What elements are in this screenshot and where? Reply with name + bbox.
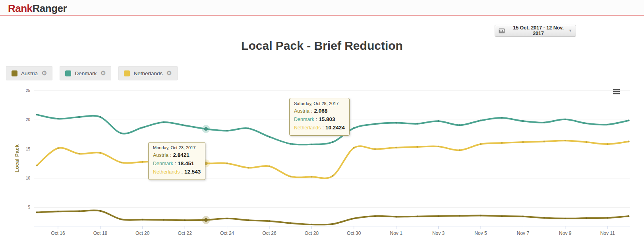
data-point (36, 211, 38, 213)
data-point (353, 127, 355, 129)
x-tick-label: Nov 5 (474, 230, 487, 236)
data-point (395, 122, 397, 123)
data-point (311, 224, 312, 225)
data-point (57, 147, 59, 149)
data-point (99, 152, 101, 154)
x-tick-label: Nov 3 (432, 230, 445, 236)
data-point (501, 117, 503, 119)
data-point (290, 143, 291, 144)
tooltip-series-value: 2.8421 (173, 152, 189, 158)
data-point (99, 116, 101, 118)
legend-item-austria[interactable]: Austria ⚙ (6, 66, 52, 80)
rankranger-logo[interactable]: RankRanger (8, 2, 67, 15)
data-point (586, 217, 587, 219)
data-point (374, 123, 376, 125)
data-point (607, 217, 608, 219)
data-point (184, 125, 186, 126)
data-point (565, 218, 566, 219)
gear-icon[interactable]: ⚙ (41, 70, 47, 76)
x-tick-label: Oct 18 (93, 230, 108, 236)
data-point (438, 120, 439, 122)
data-point (78, 116, 80, 118)
tooltip-date: Saturday, Oct 28, 2017 (294, 101, 345, 106)
x-tick-label: Oct 28 (305, 230, 319, 236)
data-point (311, 144, 312, 145)
data-point (459, 149, 460, 151)
y-tick-label: 20 (26, 117, 31, 122)
logo-ranger-text: Ranger (33, 2, 67, 14)
tooltip-series-name: Austria (153, 152, 168, 158)
data-point (248, 219, 249, 221)
x-tick-label: Oct 30 (347, 230, 361, 236)
tooltip-row: Netherlands:12.543 (153, 168, 201, 176)
denmark-color-swatch (65, 70, 71, 76)
tooltip-series-value: 2.068 (314, 108, 327, 114)
chart-area: 510152025Oct 16Oct 18Oct 20Oct 22Oct 24O… (0, 82, 644, 243)
data-point (522, 141, 524, 143)
data-point (142, 127, 143, 128)
tooltip-row: Denmark:15.803 (294, 115, 345, 124)
tooltip-row: Denmark:18.451 (153, 160, 201, 168)
data-point (416, 216, 418, 217)
data-point (480, 143, 482, 145)
gear-icon[interactable]: ⚙ (166, 70, 172, 76)
chart-context-menu-icon[interactable] (613, 89, 620, 95)
series-line-austria[interactable] (37, 210, 629, 225)
data-point (78, 210, 80, 212)
data-point (628, 215, 629, 217)
data-point (353, 218, 355, 219)
netherlands-color-swatch (124, 70, 130, 76)
data-point (78, 153, 80, 154)
x-tick-label: Oct 22 (178, 230, 192, 236)
data-point (501, 215, 503, 217)
data-point (395, 216, 397, 217)
data-point (142, 219, 143, 221)
tooltip-series-name: Netherlands (153, 169, 180, 175)
legend-item-netherlands[interactable]: Netherlands ⚙ (118, 66, 177, 80)
data-point (416, 146, 418, 148)
x-tick-label: Oct 20 (135, 230, 150, 236)
page: RankRanger 15 Oct, 2017 - 12 Nov, 2017 ▼… (0, 0, 644, 246)
data-point (163, 121, 164, 123)
date-range-picker[interactable]: 15 Oct, 2017 - 12 Nov, 2017 ▼ (495, 25, 576, 37)
page-title: Local Pack - Brief Reduction (0, 39, 644, 53)
tooltip-series-name: Denmark (153, 161, 173, 166)
tooltip-series-name: Denmark (294, 117, 314, 122)
gear-icon[interactable]: ⚙ (100, 70, 106, 76)
data-point (438, 215, 439, 217)
app-header: RankRanger (0, 0, 644, 16)
legend-label-denmark: Denmark (75, 70, 97, 76)
data-point (290, 176, 291, 177)
data-point (416, 123, 418, 125)
data-point (121, 133, 122, 134)
data-point (522, 216, 524, 217)
tooltip-row: Austria:2.8421 (153, 151, 201, 160)
tooltip-series-value: 15.803 (319, 116, 335, 122)
tooltip-series-value: 18.451 (178, 160, 194, 166)
tooltip-series-name: Austria (294, 108, 309, 114)
calendar-icon (499, 28, 505, 33)
data-point (501, 142, 503, 144)
x-tick-label: Nov 9 (559, 230, 572, 236)
x-tick-label: Nov 11 (600, 230, 615, 236)
legend-item-denmark[interactable]: Denmark ⚙ (60, 66, 111, 80)
data-point (332, 141, 334, 143)
data-point (459, 215, 460, 217)
y-tick-label: 25 (26, 88, 31, 93)
data-point (586, 141, 587, 143)
y-tick-label: 10 (26, 176, 31, 180)
data-point (543, 217, 545, 219)
series-line-netherlands[interactable] (37, 141, 629, 178)
data-point (480, 215, 482, 216)
data-point (628, 141, 629, 142)
data-point (57, 118, 59, 119)
data-point (36, 164, 38, 166)
tooltip-series-name: Netherlands (294, 125, 321, 131)
data-point (459, 124, 460, 126)
data-point (226, 162, 228, 164)
hover-marker-denmark[interactable] (204, 127, 208, 131)
date-range-text: 15 Oct, 2017 - 12 Nov, 2017 (508, 25, 569, 36)
data-point (248, 167, 249, 168)
x-tick-label: Nov 1 (390, 230, 403, 236)
hover-marker-austria[interactable] (204, 218, 208, 222)
